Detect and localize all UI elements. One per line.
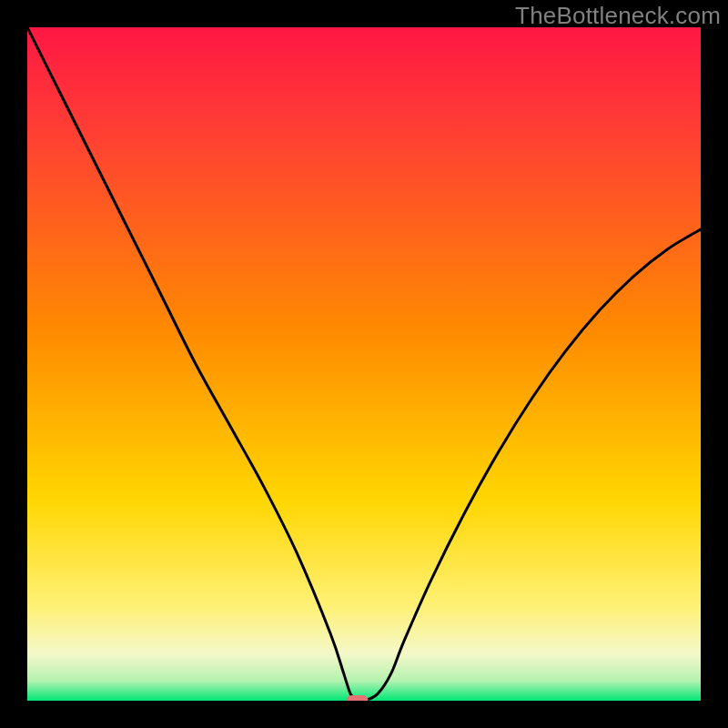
chart-frame: TheBottleneck.com [0, 0, 728, 728]
chart-svg [27, 27, 701, 701]
gradient-background [27, 27, 701, 701]
optimal-marker [347, 695, 369, 701]
plot-area [27, 27, 701, 701]
watermark-text: TheBottleneck.com [515, 2, 721, 30]
